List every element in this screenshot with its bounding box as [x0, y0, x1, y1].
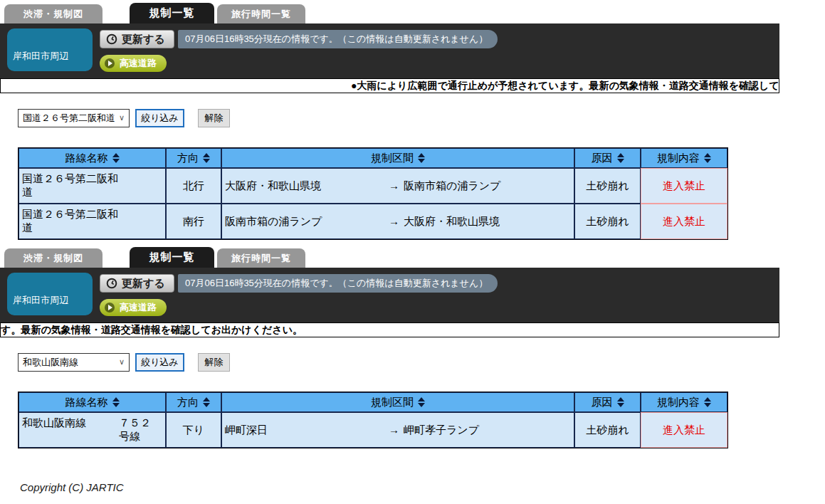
cause-cell: 土砂崩れ	[574, 412, 641, 448]
clear-button[interactable]: 解除	[198, 353, 230, 372]
route-select-value: 国道２６号第二阪和道	[23, 112, 115, 125]
column-header-section[interactable]: 規制区間	[221, 392, 574, 412]
column-header-route[interactable]: 路線名称	[19, 148, 166, 168]
route-select-value: 和歌山阪南線	[23, 356, 78, 369]
column-header-route[interactable]: 路線名称	[19, 392, 166, 412]
panel-header: 岸和田市周辺 更新する 07月06日16時35分現在の情報です。（この情報は自動…	[0, 23, 779, 78]
play-icon	[105, 58, 115, 68]
tab-travel-time-list[interactable]: 旅行時間一覧	[217, 4, 305, 23]
direction-cell: 下り	[166, 412, 221, 448]
direction-cell: 北行	[166, 168, 221, 204]
chevron-down-icon: ∨	[119, 357, 125, 367]
filter-button[interactable]: 絞り込み	[135, 353, 184, 372]
sort-arrows-icon	[617, 153, 624, 163]
column-header-section[interactable]: 規制区間	[221, 148, 574, 168]
highway-button[interactable]: 高速道路	[100, 299, 167, 316]
tab-regulation-list[interactable]: 規制一覧	[130, 3, 214, 23]
regulation-table: 路線名称 方向 規制区間 原因 規制内容 国道２６号	[18, 147, 728, 240]
update-button[interactable]: 更新する	[100, 30, 174, 48]
column-header-direction[interactable]: 方向	[166, 392, 221, 412]
section-cell: 阪南市箱の浦ランプ→大阪府・和歌山県境	[221, 204, 574, 239]
copyright-text: Copyright (C) JARTIC	[20, 481, 124, 493]
jartic-regulation-page: 渋滞・規制図 規制一覧 旅行時間一覧 岸和田市周辺 更新する 07月06日16時…	[0, 0, 825, 504]
notice-marquee: ●大雨により広範囲で通行止めが予想されています。最新の気象情報・道路交通情報を確…	[0, 322, 779, 337]
clear-button[interactable]: 解除	[198, 109, 230, 127]
column-header-regulation[interactable]: 規制内容	[641, 148, 727, 168]
sort-arrows-icon	[112, 153, 120, 163]
tab-traffic-map[interactable]: 渋滞・規制図	[4, 248, 103, 268]
route-name-cell: 国道２６号第二阪和道	[19, 204, 166, 239]
column-header-cause[interactable]: 原因	[574, 148, 641, 168]
highway-button[interactable]: 高速道路	[100, 55, 167, 72]
filter-button[interactable]: 絞り込み	[135, 109, 184, 127]
update-button-label: 更新する	[122, 33, 165, 46]
regulation-cell: 進入禁止	[641, 204, 727, 239]
sort-arrows-icon	[418, 397, 425, 407]
sort-arrows-icon	[418, 153, 425, 163]
highway-button-label: 高速道路	[120, 301, 157, 314]
play-icon	[105, 303, 115, 313]
update-button-label: 更新する	[122, 277, 165, 290]
regulation-cell: 進入禁止	[641, 412, 727, 448]
regulation-panel-1: 渋滞・規制図 規制一覧 旅行時間一覧 岸和田市周辺 更新する 07月06日16時…	[0, 3, 825, 241]
tab-bar: 渋滞・規制図 規制一覧 旅行時間一覧	[0, 3, 825, 23]
area-button[interactable]: 岸和田市周辺	[7, 273, 93, 315]
chevron-down-icon: ∨	[119, 113, 125, 122]
column-header-direction[interactable]: 方向	[166, 148, 221, 168]
sort-arrows-icon	[617, 397, 624, 407]
sort-arrows-icon	[112, 397, 120, 407]
cause-cell: 土砂崩れ	[574, 204, 641, 239]
route-name-cell: 国道２６号第二阪和道	[19, 168, 166, 204]
clock-icon	[106, 278, 117, 289]
tab-bar: 渋滞・規制図 規制一覧 旅行時間一覧	[0, 247, 825, 268]
regulation-table: 路線名称 方向 規制区間 原因 規制内容 和歌山阪南	[18, 392, 728, 448]
tab-traffic-map[interactable]: 渋滞・規制図	[4, 4, 103, 23]
route-select[interactable]: 国道２６号第二阪和道 ∨	[18, 109, 130, 127]
tab-regulation-list[interactable]: 規制一覧	[130, 247, 214, 268]
area-button[interactable]: 岸和田市周辺	[7, 28, 93, 71]
highway-button-label: 高速道路	[120, 57, 157, 70]
route-select[interactable]: 和歌山阪南線 ∨	[18, 353, 130, 372]
timestamp-pill: 07月06日16時35分現在の情報です。（この情報は自動更新されません）	[178, 30, 498, 48]
sort-arrows-icon	[704, 153, 711, 163]
route-name-cell: 和歌山阪南線７５２号線	[19, 412, 166, 448]
column-header-cause[interactable]: 原因	[574, 392, 641, 412]
cause-cell: 土砂崩れ	[574, 168, 641, 204]
clock-icon	[106, 33, 117, 45]
notice-marquee: ●大雨により広範囲で通行止めが予想されています。最新の気象情報・道路交通情報を確…	[0, 78, 779, 93]
regulation-cell: 進入禁止	[641, 168, 727, 204]
section-cell: 大阪府・和歌山県境→阪南市箱の浦ランプ	[221, 168, 574, 204]
notice-text: ●大雨により広範囲で通行止めが予想されています。最新の気象情報・道路交通情報を確…	[0, 323, 303, 337]
sort-arrows-icon	[704, 397, 711, 407]
notice-text: ●大雨により広範囲で通行止めが予想されています。最新の気象情報・道路交通情報を確…	[351, 79, 779, 93]
direction-cell: 南行	[166, 204, 221, 239]
section-cell: 岬町深日→岬町孝子ランプ	[221, 412, 574, 448]
sort-arrows-icon	[203, 397, 210, 407]
tab-travel-time-list[interactable]: 旅行時間一覧	[217, 248, 305, 268]
column-header-regulation[interactable]: 規制内容	[641, 392, 727, 412]
sort-arrows-icon	[203, 153, 210, 163]
regulation-panel-2: 渋滞・規制図 規制一覧 旅行時間一覧 岸和田市周辺 更新する 07月06日16時…	[0, 247, 825, 485]
update-button[interactable]: 更新する	[100, 274, 174, 293]
timestamp-pill: 07月06日16時35分現在の情報です。（この情報は自動更新されません）	[178, 274, 498, 293]
panel-header: 岸和田市周辺 更新する 07月06日16時35分現在の情報です。（この情報は自動…	[0, 268, 779, 322]
